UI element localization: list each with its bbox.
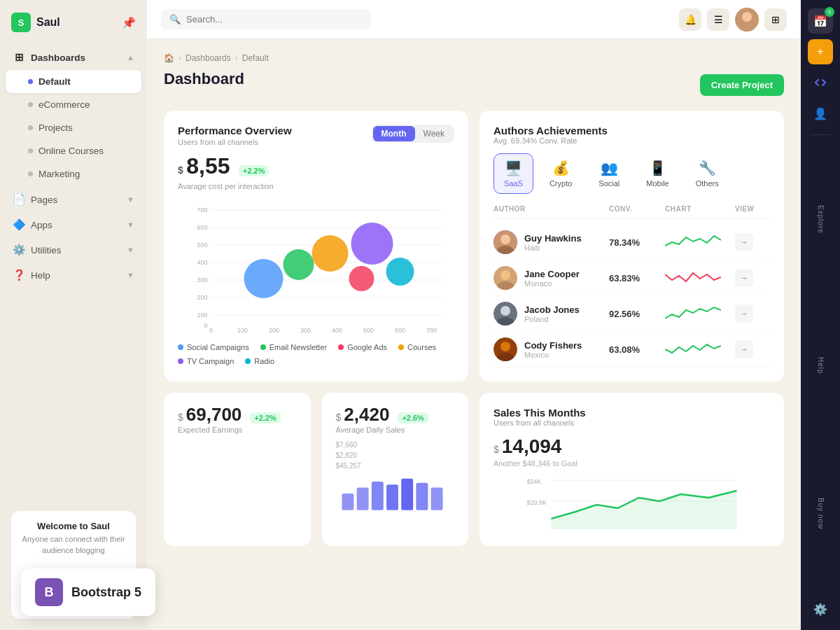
svg-text:$24K: $24K (527, 478, 542, 485)
code-icon-button[interactable] (808, 70, 833, 95)
others-icon: 🔧 (699, 160, 716, 176)
mini-chart (665, 232, 721, 253)
dot-icon (28, 125, 33, 130)
sidebar-item-ecommerce[interactable]: eCommerce (6, 93, 141, 116)
view-button[interactable]: → (735, 233, 753, 251)
nav-group-dashboards: ⊞ Dashboards ▲ Default eCommerce Project… (6, 45, 141, 186)
explore-label[interactable]: Explore (814, 200, 827, 239)
author-info: Jane Cooper Monaco (493, 266, 609, 290)
pin-icon[interactable]: 📌 (122, 16, 136, 29)
stat-card-earnings: $ 69,700 +2.2% Expected Earnings (164, 393, 311, 546)
view-button[interactable]: → (735, 269, 753, 287)
welcome-title: Welcome to Saul (21, 521, 126, 531)
sidebar-item-projects[interactable]: Projects (6, 116, 141, 139)
metric-value: 8,55 (186, 153, 230, 178)
legend-courses: Courses (398, 343, 436, 351)
legend-radio: Radio (245, 357, 274, 365)
table-row: Guy Hawkins Haiti 78.34% → (493, 225, 770, 260)
sidebar-item-utilities[interactable]: ⚙️ Utilities ▼ (6, 237, 141, 262)
metric-label: Avarage cost per interaction (178, 182, 454, 190)
menu-button[interactable]: ☰ (707, 8, 729, 31)
daily-sales-value: 2,420 (344, 404, 389, 426)
earnings-label: Expected Earnings (178, 426, 297, 434)
svg-rect-59 (401, 479, 413, 510)
table-row: Cody Fishers Mexico 63.08% → (493, 332, 770, 368)
dashboard-grid: Performance Overview Users from all chan… (164, 111, 784, 546)
sidebar-item-apps[interactable]: 🔷 Apps ▼ (6, 212, 141, 237)
author-avatar (493, 337, 517, 361)
crypto-icon: 💰 (552, 160, 570, 176)
bootstrap-icon: B (35, 578, 63, 606)
main-content: 🏠 › Dashboards › Default Dashboard Creat… (147, 39, 801, 630)
cat-label: SaaS (504, 179, 523, 188)
notification-button[interactable]: 🔔 (679, 8, 701, 31)
sidebar-item-help[interactable]: ❓ Help ▼ (6, 262, 141, 288)
sales-card: Sales This Months Users from all channel… (479, 393, 784, 546)
earnings-change: +2.2% (250, 412, 281, 424)
svg-text:700: 700 (426, 327, 437, 334)
svg-point-41 (351, 223, 393, 265)
cat-tab-crypto[interactable]: 💰 Crypto (539, 153, 582, 194)
sidebar-item-pages[interactable]: 📄 Pages ▼ (6, 187, 141, 212)
home-icon[interactable]: 🏠 (164, 53, 174, 63)
svg-point-38 (284, 249, 314, 280)
sidebar-item-marketing[interactable]: Marketing (6, 162, 141, 186)
buy-now-label[interactable]: Buy now (814, 492, 827, 535)
pages-icon: 📄 (13, 193, 25, 206)
view-button[interactable]: → (735, 340, 753, 358)
dot-icon (28, 148, 33, 153)
dot-icon (28, 172, 33, 176)
sidebar-item-dashboards[interactable]: ⊞ Dashboards ▲ (6, 45, 141, 70)
svg-point-42 (386, 258, 414, 286)
cat-label: Social (598, 179, 620, 188)
svg-text:400: 400 (197, 259, 207, 266)
legend-google-ads: Google Ads (338, 343, 387, 351)
svg-point-37 (244, 259, 284, 298)
stat-card-daily-sales: $ 2,420 +2.6% Average Daily Sales $7,660… (322, 393, 469, 546)
view-button[interactable]: → (735, 304, 753, 323)
authors-subtitle: Avg. 69.34% Conv. Rate (493, 136, 770, 145)
cat-tab-social[interactable]: 👥 Social (588, 153, 630, 194)
category-tabs: 🖥️ SaaS 💰 Crypto 👥 Social 📱 Mobile (493, 153, 770, 194)
svg-rect-58 (386, 484, 398, 510)
sidebar-item-online-courses[interactable]: Online Courses (6, 139, 141, 162)
breadcrumb-dashboards[interactable]: Dashboards (186, 53, 231, 63)
help-label[interactable]: Help (814, 351, 827, 380)
author-location: Haiti (524, 244, 582, 252)
sidebar-item-label: Online Courses (38, 146, 104, 156)
social-icon: 👥 (601, 160, 618, 176)
divider (810, 134, 831, 135)
sales-subtitle: Users from all channels (493, 419, 770, 427)
author-info: Guy Hawkins Haiti (493, 230, 609, 254)
calendar-icon-button[interactable]: 📅 5 (808, 8, 833, 34)
bar-chart (336, 472, 455, 514)
search-input[interactable] (186, 14, 363, 24)
add-icon-button[interactable]: + (808, 39, 833, 64)
tab-week[interactable]: Week (415, 126, 453, 141)
bootstrap-overlay: B Bootstrap 5 (21, 568, 155, 616)
legend-social-campaigns: Social Campaigns (178, 343, 249, 351)
tab-month[interactable]: Month (373, 126, 415, 141)
utilities-icon: ⚙️ (13, 244, 25, 256)
authors-card: Authors Achievements Avg. 69.34% Conv. R… (479, 111, 784, 382)
svg-text:200: 200 (269, 327, 279, 334)
cat-tab-mobile[interactable]: 📱 Mobile (636, 153, 679, 194)
settings-icon-button[interactable]: ⚙️ (808, 596, 833, 622)
user-icon-button[interactable]: 👤 (808, 101, 833, 126)
daily-sales-change: +2.6% (398, 412, 428, 424)
grid-button[interactable]: ⊞ (764, 8, 787, 31)
svg-point-40 (349, 266, 374, 291)
sales-note: Another $48,346 to Goal (493, 459, 770, 468)
sidebar-item-default[interactable]: Default (6, 70, 141, 93)
cat-tab-others[interactable]: 🔧 Others (685, 153, 729, 194)
search-box[interactable]: 🔍 (161, 9, 371, 29)
cat-tab-saas[interactable]: 🖥️ SaaS (493, 153, 533, 194)
svg-rect-57 (371, 482, 383, 510)
sidebar: S Saul 📌 ⊞ Dashboards ▲ Default eCommerc… (0, 0, 147, 630)
user-avatar[interactable] (735, 8, 759, 31)
stats-row: $ 69,700 +2.2% Expected Earnings $ 2,420… (164, 393, 468, 546)
conv-rate: 78.34% (609, 237, 665, 248)
conv-rate: 63.08% (609, 344, 665, 355)
create-project-button[interactable]: Create Project (700, 74, 784, 96)
authors-title: Authors Achievements (493, 125, 770, 136)
